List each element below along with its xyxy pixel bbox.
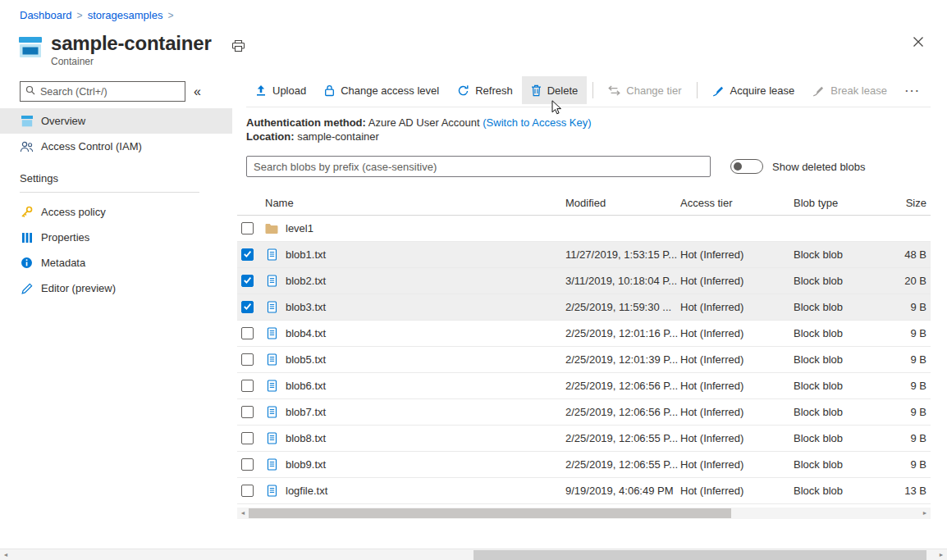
page-scrollbar-track[interactable] bbox=[11, 549, 936, 560]
page-title: sample-container bbox=[51, 33, 212, 54]
table-row-blob1-txt[interactable]: blob1.txt11/27/2019, 1:53:15 P...Hot (In… bbox=[237, 242, 931, 268]
blob-name-link[interactable]: blob3.txt bbox=[286, 301, 326, 313]
size-cell: 9 B bbox=[896, 327, 931, 339]
size-cell: 20 B bbox=[896, 275, 931, 287]
table-row-blob2-txt[interactable]: blob2.txt3/11/2019, 10:18:04 P...Hot (In… bbox=[237, 268, 931, 294]
sidebar-search-input[interactable] bbox=[40, 86, 180, 98]
blob-name-link[interactable]: logfile.txt bbox=[286, 485, 327, 497]
name-cell: blob4.txt bbox=[265, 327, 565, 339]
table-row-blob5-txt[interactable]: blob5.txt2/25/2019, 12:01:39 P...Hot (In… bbox=[237, 347, 931, 373]
upload-button[interactable]: Upload bbox=[246, 76, 315, 104]
checkbox-cell bbox=[237, 380, 265, 392]
row-checkbox[interactable] bbox=[241, 301, 254, 313]
refresh-button[interactable]: Refresh bbox=[448, 76, 522, 104]
blob-name-link[interactable]: blob9.txt bbox=[286, 458, 326, 471]
row-checkbox[interactable] bbox=[241, 327, 254, 339]
close-icon bbox=[913, 38, 924, 50]
show-deleted-blobs-toggle[interactable] bbox=[730, 159, 763, 174]
table-row-blob3-txt[interactable]: blob3.txt2/25/2019, 11:59:30 ...Hot (Inf… bbox=[237, 294, 931, 321]
table-row-blob9-txt[interactable]: blob9.txt2/25/2019, 12:06:55 P...Hot (In… bbox=[237, 452, 931, 478]
table-row-blob7-txt[interactable]: blob7.txt2/25/2019, 12:06:56 P...Hot (In… bbox=[237, 399, 931, 426]
scrollbar-thumb[interactable] bbox=[249, 508, 731, 518]
table-row-blob4-txt[interactable]: blob4.txt2/25/2019, 12:01:16 P...Hot (In… bbox=[237, 321, 931, 347]
file-icon bbox=[265, 406, 278, 418]
table-row-blob8-txt[interactable]: blob8.txt2/25/2019, 12:06:55 P...Hot (In… bbox=[237, 426, 931, 452]
sidebar-item-properties[interactable]: Properties bbox=[0, 225, 232, 250]
sidebar-item-label: Editor (preview) bbox=[41, 282, 116, 294]
sidebar-item-editor-preview[interactable]: Editor (preview) bbox=[0, 275, 232, 301]
sidebar-item-label: Access Control (IAM) bbox=[41, 140, 142, 153]
modified-cell: 2/25/2019, 12:01:16 P... bbox=[565, 327, 680, 339]
blob-name-link[interactable]: blob2.txt bbox=[286, 275, 326, 287]
delete-button[interactable]: Delete bbox=[522, 76, 588, 104]
switch-to-access-key-link[interactable]: (Switch to Access Key) bbox=[483, 116, 591, 129]
auth-method-label: Authentication method: bbox=[246, 116, 366, 129]
access-tier-cell: Hot (Inferred) bbox=[680, 458, 794, 471]
toolbar: UploadChange access levelRefreshDeleteCh… bbox=[237, 74, 931, 107]
row-checkbox[interactable] bbox=[241, 353, 254, 366]
column-header-access-tier[interactable]: Access tier bbox=[680, 197, 794, 209]
people-icon bbox=[20, 141, 34, 153]
scrollbar-track[interactable] bbox=[249, 508, 919, 519]
sidebar-search-box bbox=[20, 81, 185, 102]
page-scroll-left-arrow-icon[interactable]: ◄ bbox=[0, 549, 11, 560]
size-cell: 9 B bbox=[896, 432, 931, 444]
blob-name-link[interactable]: blob4.txt bbox=[286, 327, 326, 339]
file-icon bbox=[265, 485, 278, 497]
row-checkbox[interactable] bbox=[241, 432, 254, 444]
blob-table: Name Modified Access tier Blob type Size… bbox=[237, 190, 931, 519]
blob-name-link[interactable]: blob1.txt bbox=[286, 248, 326, 261]
row-checkbox[interactable] bbox=[241, 406, 254, 418]
sidebar-item-overview[interactable]: Overview bbox=[0, 108, 232, 134]
sidebar-item-label: Overview bbox=[41, 115, 85, 127]
blob-name-link[interactable]: blob8.txt bbox=[286, 432, 326, 444]
blob-type-cell: Block blob bbox=[794, 406, 896, 418]
page-scroll-right-arrow-icon[interactable]: ► bbox=[936, 549, 947, 560]
column-header-modified[interactable]: Modified bbox=[565, 197, 680, 209]
scroll-right-arrow-icon[interactable]: ► bbox=[919, 508, 931, 519]
row-checkbox[interactable] bbox=[241, 275, 254, 287]
page-horizontal-scrollbar[interactable]: ◄ ► bbox=[0, 549, 947, 560]
row-checkbox[interactable] bbox=[241, 458, 254, 471]
row-checkbox[interactable] bbox=[241, 248, 254, 261]
table-row-blob6-txt[interactable]: blob6.txt2/25/2019, 12:06:56 P...Hot (In… bbox=[237, 373, 931, 399]
blob-prefix-search-input[interactable] bbox=[254, 161, 703, 173]
column-header-size[interactable]: Size bbox=[896, 197, 931, 209]
access-tier-cell: Hot (Inferred) bbox=[680, 353, 794, 366]
row-checkbox[interactable] bbox=[241, 485, 254, 497]
blob-name-link[interactable]: level1 bbox=[286, 222, 313, 234]
change-access-level-button[interactable]: Change access level bbox=[315, 76, 448, 104]
check-icon bbox=[243, 301, 252, 313]
acquire-lease-button[interactable]: Acquire lease bbox=[703, 76, 804, 104]
sidebar-item-label: Properties bbox=[41, 231, 89, 244]
blob-name-link[interactable]: blob7.txt bbox=[286, 406, 326, 418]
blob-name-link[interactable]: blob6.txt bbox=[286, 380, 326, 392]
column-header-name[interactable]: Name bbox=[265, 197, 565, 209]
access-tier-cell: Hot (Inferred) bbox=[680, 327, 794, 339]
table-row-logfile-txt[interactable]: logfile.txt9/19/2019, 4:06:49 PMHot (Inf… bbox=[237, 478, 931, 504]
row-checkbox[interactable] bbox=[241, 380, 254, 392]
info-icon bbox=[20, 257, 34, 269]
sidebar-item-access-control-iam[interactable]: Access Control (IAM) bbox=[0, 134, 232, 159]
breadcrumb-link-dashboard[interactable]: Dashboard bbox=[20, 9, 72, 21]
row-checkbox[interactable] bbox=[241, 222, 254, 234]
break-lease-button[interactable]: Break lease bbox=[803, 76, 896, 104]
blob-name-link[interactable]: blob5.txt bbox=[286, 353, 326, 366]
table-row-level1[interactable]: level1 bbox=[237, 216, 931, 242]
pin-print-button[interactable] bbox=[231, 39, 245, 55]
blob-type-cell: Block blob bbox=[794, 301, 896, 313]
close-blade-button[interactable] bbox=[913, 36, 924, 50]
scroll-left-arrow-icon[interactable]: ◄ bbox=[237, 508, 249, 519]
lock-icon bbox=[324, 84, 335, 97]
change-tier-button[interactable]: Change tier bbox=[599, 76, 690, 104]
column-header-blob-type[interactable]: Blob type bbox=[794, 197, 896, 209]
collapse-sidebar-button[interactable]: « bbox=[194, 85, 201, 98]
breadcrumb-link-storagesamples[interactable]: storagesamples bbox=[88, 9, 163, 21]
sidebar-item-metadata[interactable]: Metadata bbox=[0, 250, 232, 275]
page-scrollbar-thumb[interactable] bbox=[474, 550, 926, 560]
table-horizontal-scrollbar[interactable]: ◄ ► bbox=[237, 508, 931, 519]
sidebar-item-access-policy[interactable]: Access policy bbox=[0, 199, 232, 225]
more-button[interactable]: ··· bbox=[896, 76, 930, 104]
name-cell: level1 bbox=[265, 222, 565, 234]
container-overview-icon bbox=[20, 115, 34, 127]
